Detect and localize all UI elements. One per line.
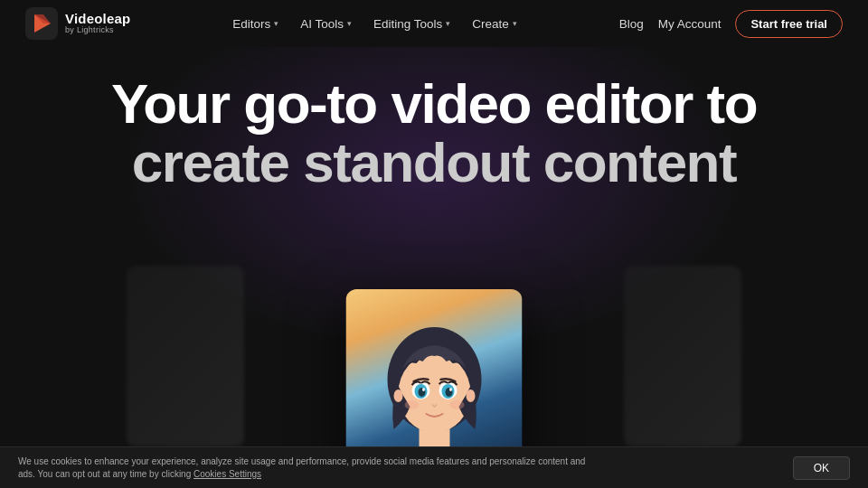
- editing-tools-chevron-icon: ▾: [446, 19, 450, 28]
- cookie-text: We use cookies to enhance your experienc…: [18, 455, 597, 481]
- svg-point-7: [398, 353, 470, 433]
- cookie-ok-button[interactable]: OK: [793, 456, 850, 480]
- logo-subtitle: by Lightricks: [65, 26, 130, 35]
- nav-my-account[interactable]: My Account: [658, 17, 722, 31]
- side-card-left: [127, 266, 244, 446]
- editors-chevron-icon: ▾: [274, 19, 278, 28]
- nav-blog[interactable]: Blog: [619, 17, 644, 31]
- nav-create-label: Create: [472, 17, 509, 31]
- svg-point-15: [449, 388, 452, 391]
- logo[interactable]: Videoleap by Lightricks: [25, 7, 130, 40]
- svg-point-18: [393, 389, 402, 402]
- svg-point-19: [466, 389, 475, 402]
- nav-editing-tools[interactable]: Editing Tools ▾: [364, 12, 459, 36]
- navbar: Videoleap by Lightricks Editors ▾ AI Too…: [0, 0, 868, 47]
- cookie-message: We use cookies to enhance your experienc…: [18, 456, 585, 479]
- hero-title-line1: Your go-to video editor to: [111, 72, 757, 135]
- svg-point-14: [422, 388, 425, 391]
- nav-links: Editors ▾ AI Tools ▾ Editing Tools ▾ Cre…: [223, 12, 526, 36]
- logo-icon: [25, 7, 58, 40]
- nav-editors[interactable]: Editors ▾: [223, 12, 288, 36]
- hero-section: Your go-to video editor to create stando…: [0, 47, 868, 488]
- nav-editing-tools-label: Editing Tools: [373, 17, 442, 31]
- side-card-right: [624, 266, 741, 446]
- nav-ai-tools-label: AI Tools: [300, 17, 344, 31]
- cookies-settings-link[interactable]: Cookies Settings: [193, 469, 261, 479]
- hero-title: Your go-to video editor to create stando…: [57, 74, 811, 192]
- nav-right: Blog My Account Start free trial: [619, 10, 843, 38]
- start-trial-button[interactable]: Start free trial: [735, 10, 843, 38]
- logo-name: Videoleap: [65, 12, 130, 27]
- cookie-bar: We use cookies to enhance your experienc…: [0, 446, 868, 488]
- nav-create[interactable]: Create ▾: [463, 12, 526, 36]
- svg-point-16: [404, 400, 419, 409]
- hero-title-line2: create standout content: [132, 131, 736, 193]
- create-chevron-icon: ▾: [513, 19, 517, 28]
- svg-point-17: [449, 400, 464, 409]
- nav-editors-label: Editors: [232, 17, 270, 31]
- nav-ai-tools[interactable]: AI Tools ▾: [291, 12, 361, 36]
- ai-tools-chevron-icon: ▾: [347, 19, 352, 28]
